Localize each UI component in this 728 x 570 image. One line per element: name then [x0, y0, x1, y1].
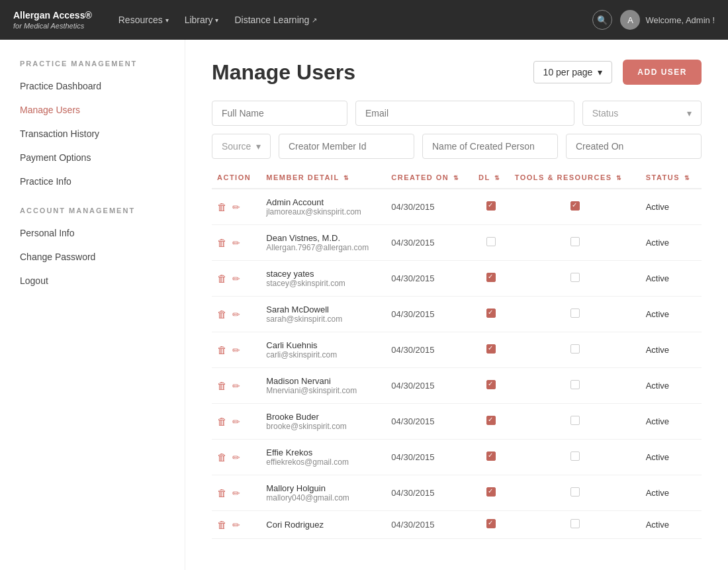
action-icons: 🗑 ✏	[217, 344, 255, 356]
sidebar-item-practice-info[interactable]: Practice Info	[0, 169, 185, 193]
delete-icon[interactable]: 🗑	[217, 380, 227, 391]
member-detail-cell: Mallory Holguin mallory040@gmail.com	[261, 475, 386, 511]
per-page-select[interactable]: 10 per page ▾	[533, 61, 613, 83]
header-right: 10 per page ▾ ADD USER	[533, 60, 702, 85]
edit-icon[interactable]: ✏	[232, 416, 240, 427]
logo[interactable]: Allergan Access® for Medical Aesthetics	[13, 9, 92, 30]
user-menu[interactable]: A Welcome, Admin !	[620, 10, 715, 30]
delete-icon[interactable]: 🗑	[217, 416, 227, 427]
edit-icon[interactable]: ✏	[232, 381, 240, 391]
nav-links: Resources ▾ Library ▾ Distance Learning …	[118, 15, 573, 25]
tools-checkbox-unchecked[interactable]	[570, 344, 580, 354]
dl-checkbox-checked[interactable]	[486, 201, 496, 211]
th-created-on-sort: ⇅	[453, 175, 460, 181]
edit-icon[interactable]: ✏	[232, 520, 240, 530]
full-name-input[interactable]	[212, 101, 347, 126]
th-created-on[interactable]: CREATED ON ⇅	[386, 167, 473, 189]
edit-icon[interactable]: ✏	[232, 488, 240, 499]
tools-checkbox-unchecked[interactable]	[570, 519, 580, 528]
search-button[interactable]: 🔍	[592, 10, 612, 30]
creator-member-id-input[interactable]	[279, 134, 414, 159]
delete-icon[interactable]: 🗑	[217, 309, 227, 320]
created-on-cell: 04/30/2015	[386, 368, 473, 404]
tools-checkbox-unchecked[interactable]	[570, 380, 580, 389]
action-cell: 🗑 ✏	[212, 225, 261, 261]
source-arrow: ▾	[256, 141, 261, 152]
source-select[interactable]: Source ▾	[212, 134, 271, 159]
brand-name: Allergan Access®	[13, 9, 92, 21]
sidebar-item-logout[interactable]: Logout	[0, 269, 185, 293]
created-on-cell: 04/30/2015	[386, 189, 473, 225]
action-icons: 🗑 ✏	[217, 237, 255, 248]
th-tools-resources[interactable]: TOOLS & RESOURCES ⇅	[510, 167, 641, 189]
th-status[interactable]: STATUS ⇅	[641, 167, 702, 189]
table-row: 🗑 ✏ Sarah McDowell sarah@skinspirit.com …	[212, 297, 702, 332]
member-email: carli@skinspirit.com	[266, 350, 381, 359]
tools-resources-cell	[510, 368, 641, 404]
brand-tagline: for Medical Aesthetics	[13, 21, 92, 30]
table-row: 🗑 ✏ Admin Account jlamoreaux@skinspirit.…	[212, 189, 702, 225]
dl-checkbox-unchecked[interactable]	[486, 237, 496, 246]
member-name: Carli Kuehnis	[266, 340, 381, 350]
delete-icon[interactable]: 🗑	[217, 273, 227, 284]
add-user-button[interactable]: ADD USER	[623, 60, 702, 85]
sidebar-item-personal-info[interactable]: Personal Info	[0, 221, 185, 245]
nav-resources-arrow: ▾	[165, 17, 169, 24]
edit-icon[interactable]: ✏	[232, 238, 240, 248]
dl-checkbox-checked[interactable]	[486, 380, 496, 389]
member-detail-cell: Sarah McDowell sarah@skinspirit.com	[261, 297, 386, 332]
dl-checkbox-checked[interactable]	[486, 344, 496, 354]
edit-icon[interactable]: ✏	[232, 202, 240, 213]
edit-icon[interactable]: ✏	[232, 309, 240, 320]
status-select[interactable]: Status ▾	[582, 101, 702, 126]
dl-checkbox-checked[interactable]	[486, 519, 496, 528]
avatar: A	[620, 10, 640, 30]
th-status-sort: ⇅	[684, 175, 691, 181]
email-input[interactable]	[355, 101, 574, 126]
dl-checkbox-checked[interactable]	[486, 273, 496, 282]
sidebar-item-transaction-history[interactable]: Transaction History	[0, 122, 185, 146]
tools-resources-cell	[510, 189, 641, 225]
edit-icon[interactable]: ✏	[232, 273, 240, 284]
filter-row-1: Status ▾	[212, 101, 702, 126]
tools-checkbox-unchecked[interactable]	[570, 273, 580, 282]
th-member-detail-sort: ⇅	[343, 175, 350, 181]
action-cell: 🗑 ✏	[212, 440, 261, 475]
sidebar-item-change-password[interactable]: Change Password	[0, 245, 185, 269]
dl-cell	[473, 189, 510, 225]
nav-resources[interactable]: Resources ▾	[118, 15, 169, 25]
tools-checkbox-unchecked[interactable]	[570, 309, 580, 318]
nav-distance-learning[interactable]: Distance Learning ↗	[234, 15, 317, 25]
sidebar-item-manage-users[interactable]: Manage Users	[0, 98, 185, 122]
action-cell: 🗑 ✏	[212, 297, 261, 332]
th-member-detail[interactable]: MEMBER DETAIL ⇅	[261, 167, 386, 189]
sidebar-item-practice-dashboard[interactable]: Practice Dashboard	[0, 74, 185, 98]
dl-checkbox-checked[interactable]	[486, 487, 496, 497]
tools-checkbox-unchecked[interactable]	[570, 416, 580, 425]
sidebar-item-payment-options[interactable]: Payment Options	[0, 146, 185, 169]
tools-checkbox-unchecked[interactable]	[570, 451, 580, 461]
delete-icon[interactable]: 🗑	[217, 519, 227, 530]
member-detail-cell: Brooke Buder brooke@skinspirit.com	[261, 404, 386, 440]
member-name: Mallory Holguin	[266, 483, 381, 493]
tools-checkbox-unchecked[interactable]	[570, 237, 580, 246]
delete-icon[interactable]: 🗑	[217, 344, 227, 356]
delete-icon[interactable]: 🗑	[217, 451, 227, 463]
th-tools-resources-sort: ⇅	[616, 175, 623, 181]
dl-checkbox-checked[interactable]	[486, 451, 496, 461]
delete-icon[interactable]: 🗑	[217, 237, 227, 248]
delete-icon[interactable]: 🗑	[217, 487, 227, 499]
created-person-input[interactable]	[422, 134, 558, 159]
edit-icon[interactable]: ✏	[232, 452, 240, 463]
dl-checkbox-checked[interactable]	[486, 416, 496, 425]
th-dl[interactable]: DL ⇅	[473, 167, 510, 189]
table-header: ACTION MEMBER DETAIL ⇅ CREATED ON ⇅ DL ⇅	[212, 167, 702, 189]
edit-icon[interactable]: ✏	[232, 345, 240, 356]
dl-checkbox-checked[interactable]	[486, 309, 496, 318]
delete-icon[interactable]: 🗑	[217, 201, 227, 213]
tools-checkbox-unchecked[interactable]	[570, 487, 580, 497]
th-action-label: ACTION	[217, 173, 251, 181]
created-on-input[interactable]	[566, 134, 702, 159]
nav-library[interactable]: Library ▾	[185, 15, 219, 25]
tools-checkbox-checked[interactable]	[570, 201, 580, 211]
